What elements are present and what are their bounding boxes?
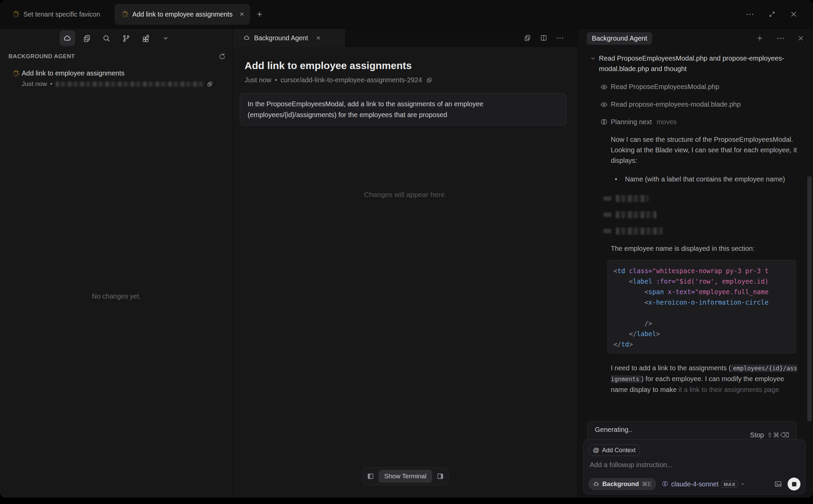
- close-window-icon[interactable]: [790, 10, 797, 18]
- code-block[interactable]: <td class="whitespace-nowrap py-3 pr-3 t…: [607, 260, 796, 353]
- cloud-icon: [593, 481, 599, 487]
- thought-header-text: Read ProposeEmployeesModal.php and propo…: [599, 53, 789, 74]
- tool-calls: Read ProposeEmployeesModal.php Read prop…: [578, 82, 813, 127]
- copy-icon: [83, 34, 91, 43]
- cloud-icon: [243, 35, 250, 41]
- meta-time: Just now: [245, 76, 271, 84]
- editor-tab-background-agent[interactable]: Background Agent ×: [233, 29, 345, 47]
- close-tab-icon[interactable]: ×: [316, 34, 320, 42]
- panel-right-icon[interactable]: [437, 473, 444, 480]
- search-icon: [102, 34, 111, 43]
- cloud-icon: [63, 34, 71, 43]
- more-icon[interactable]: ⋯: [556, 34, 564, 43]
- agent-tab-set-tenant-favicon[interactable]: Set tenant specific favicon: [12, 10, 100, 18]
- refresh-icon[interactable]: [218, 53, 226, 60]
- show-terminal-button[interactable]: Show Terminal: [378, 470, 432, 483]
- composer-toolbar: Background ⌘E claude-4-sonnet MAX: [588, 478, 800, 490]
- max-badge: MAX: [721, 481, 738, 488]
- copy-icon[interactable]: [524, 34, 531, 42]
- layout-grid-button[interactable]: [138, 30, 154, 46]
- tab-label: Add link to employee assignments: [132, 10, 233, 18]
- model-selector[interactable]: claude-4-sonnet MAX: [662, 480, 745, 488]
- brain-icon: [662, 481, 668, 487]
- thought-header[interactable]: Read ProposeEmployeesModal.php and propo…: [590, 53, 799, 74]
- stop-button[interactable]: Stop: [750, 431, 764, 439]
- tab-label: Set tenant specific favicon: [23, 10, 100, 18]
- attach-image-icon[interactable]: [774, 480, 782, 488]
- agent-panel-tab[interactable]: Background Agent: [587, 32, 652, 45]
- copy-icon[interactable]: [207, 81, 213, 87]
- titlebar: Set tenant specific favicon Add link to …: [0, 0, 813, 29]
- agent-list-item[interactable]: Add link to employee assignments Just no…: [12, 69, 228, 88]
- chevron-down-icon: [162, 35, 169, 42]
- sidebar: BACKGROUND AGENT Add link to employee as…: [0, 29, 233, 498]
- source-control-button[interactable]: [119, 30, 134, 46]
- dot-separator: •: [275, 76, 277, 84]
- stop-square-icon: [792, 482, 796, 486]
- redacted-list: [578, 195, 813, 235]
- mode-selector[interactable]: Background ⌘E: [588, 478, 656, 490]
- redacted-branch-name: [56, 82, 204, 87]
- tool-call-planning[interactable]: Planning next moves: [600, 117, 813, 127]
- tool-call-read-file[interactable]: Read propose-employees-modal.blade.php: [600, 99, 813, 110]
- spinner-icon: [12, 70, 20, 77]
- close-panel-icon[interactable]: [797, 35, 804, 42]
- spinner-icon: [121, 10, 129, 18]
- agent-chat-panel: Background Agent ⋯ Read ProposeEmployees…: [578, 29, 813, 498]
- stop-generation-button[interactable]: [788, 478, 800, 490]
- redacted-item: [603, 211, 813, 218]
- cloud-agents-button[interactable]: [60, 30, 75, 46]
- more-icon[interactable]: ⋯: [746, 10, 754, 18]
- agent-paragraph-followup: I need to add a link to the assignments …: [611, 363, 800, 395]
- agent-chat-scroll[interactable]: Read ProposeEmployeesModal.php and propo…: [578, 48, 813, 420]
- editor-meta: Just now • cursor/add-link-to-employee-a…: [245, 76, 578, 84]
- search-button[interactable]: [99, 30, 114, 46]
- no-changes-text: No changes yet.: [0, 292, 233, 300]
- copy-icon[interactable]: [426, 77, 432, 83]
- more-views-button[interactable]: [158, 30, 173, 46]
- editor-actions: ⋯: [524, 29, 578, 47]
- redacted-item: [603, 195, 813, 202]
- followup-input-placeholder[interactable]: Add a followup instruction...: [590, 461, 800, 469]
- scrollbar-thumb[interactable]: [807, 176, 812, 421]
- editor-panel: Background Agent × ⋯ Add link to employe…: [233, 29, 578, 498]
- new-tab-button[interactable]: +: [257, 10, 262, 19]
- editor-tab-label: Background Agent: [254, 34, 308, 42]
- tool-call-label: Read propose-employees-modal.blade.php: [611, 99, 741, 110]
- agent-item-title: Add link to employee assignments: [22, 69, 213, 77]
- git-branch-icon: [122, 34, 130, 43]
- changes-placeholder: Changes will appear here.: [233, 191, 578, 199]
- app-window: Set tenant specific favicon Add link to …: [0, 0, 813, 498]
- more-icon[interactable]: ⋯: [776, 34, 785, 42]
- agent-panel-header: Background Agent ⋯: [578, 29, 813, 48]
- add-context-chip[interactable]: @ Add Context: [589, 444, 640, 456]
- terminal-bar: Show Terminal: [362, 467, 449, 485]
- at-icon: @: [593, 446, 599, 454]
- agent-bullet-item: Name (with a label that contains the emp…: [615, 174, 800, 184]
- layout-grid-icon: [142, 34, 150, 43]
- close-tab-icon[interactable]: ×: [239, 10, 244, 18]
- new-chat-icon[interactable]: [756, 35, 764, 42]
- agent-tab-add-link[interactable]: Add link to employee assignments ×: [114, 4, 250, 25]
- editor-tabstrip: Background Agent × ⋯: [233, 29, 578, 47]
- tool-call-read-file[interactable]: Read ProposeEmployeesModal.php: [600, 82, 813, 92]
- copy-files-button[interactable]: [79, 30, 95, 46]
- stop-shortcut: ⇧⌘⌫: [767, 431, 790, 439]
- expand-icon[interactable]: [768, 10, 776, 18]
- section-title: BACKGROUND AGENT: [8, 53, 75, 60]
- prompt-message: In the ProposeEmployeesModal, add a link…: [240, 93, 566, 126]
- agent-item-meta: Just now •: [22, 80, 213, 88]
- sidebar-section-header: BACKGROUND AGENT: [8, 53, 226, 60]
- agent-paragraph: The employee name is displayed in this s…: [611, 243, 800, 254]
- tool-call-label-dim: moves: [656, 117, 676, 127]
- followup-composer[interactable]: @ Add Context Add a followup instruction…: [583, 439, 806, 495]
- eye-icon: [600, 83, 608, 91]
- brain-icon: [600, 118, 608, 126]
- split-editor-icon[interactable]: [540, 34, 547, 42]
- agent-paragraph: Now I can see the structure of the Propo…: [611, 134, 800, 166]
- window-controls: ⋯: [746, 10, 813, 18]
- sidebar-toolbar: [0, 30, 233, 46]
- panel-left-icon[interactable]: [367, 473, 374, 480]
- add-context-label: Add Context: [602, 447, 635, 454]
- chevron-down-icon: [590, 56, 596, 74]
